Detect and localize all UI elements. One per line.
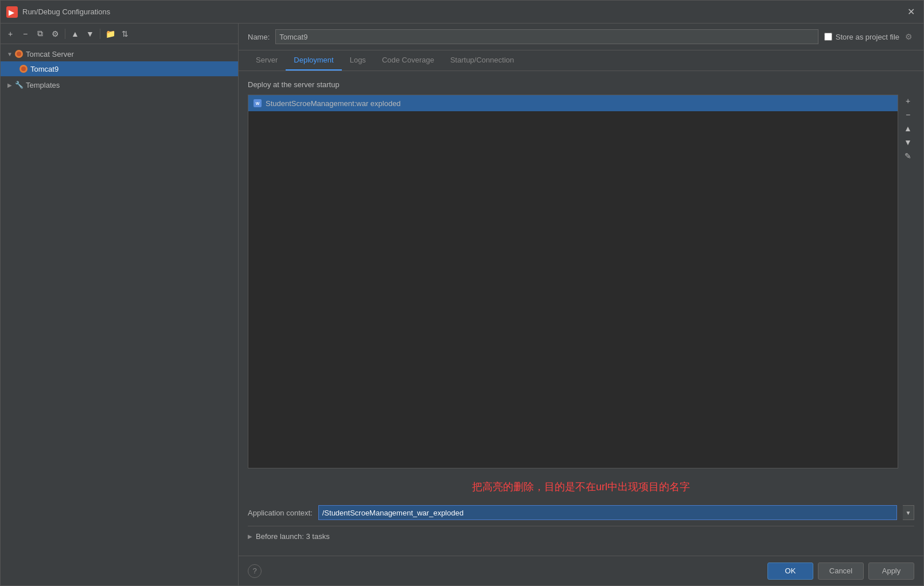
name-row: Name: Store as project file ⚙ [239,24,923,50]
app-context-label: Application context: [248,509,313,517]
move-down-button[interactable]: ▼ [84,28,96,40]
app-context-dropdown[interactable]: ▼ [903,505,914,520]
before-launch-toggle-icon[interactable]: ▶ [248,533,252,540]
dialog-title: Run/Debug Configurations [22,7,904,16]
config-tree: ▼ Tomcat Server Tomcat9 ▶ [1,44,238,585]
deploy-section-label: Deploy at the server startup [248,80,914,89]
sort-button[interactable]: ⇅ [119,28,131,40]
edit-deploy-button[interactable]: ✎ [902,150,914,162]
remove-deploy-button[interactable]: − [902,108,914,121]
tree-group-templates[interactable]: ▶ 🔧 Templates [1,77,238,92]
ok-button[interactable]: OK [767,562,813,580]
scroll-up-button[interactable]: ▲ [902,122,914,135]
sidebar-item-tomcat9[interactable]: Tomcat9 [1,61,238,76]
cancel-button[interactable]: Cancel [818,562,864,580]
tab-server[interactable]: Server [248,50,286,71]
store-project-gear[interactable]: ⚙ [903,31,914,42]
bottom-bar: ? OK Cancel Apply [239,556,923,585]
sort-icon: ⇅ [122,29,128,38]
before-launch-label: Before launch: 3 tasks [256,532,330,541]
wrench-icon: ⚙ [52,29,59,38]
copy-config-button[interactable]: ⧉ [34,28,46,40]
scroll-down-button[interactable]: ▼ [902,136,914,149]
app-context-input[interactable] [318,505,897,520]
title-bar: ▶ Run/Debug Configurations ✕ [1,1,923,24]
move-up-button[interactable]: ▲ [69,28,81,40]
tab-logs[interactable]: Logs [342,50,374,71]
tab-startup-connection[interactable]: Startup/Connection [442,50,522,71]
store-project-row: Store as project file ⚙ [824,31,914,42]
help-button[interactable]: ? [248,564,262,578]
tab-code-coverage[interactable]: Code Coverage [374,50,442,71]
toolbar-divider [65,29,65,39]
tree-group-label: Tomcat Server [26,50,74,58]
annotation-text: 把高亮的删除，目的是不在url中出现项目的名字 [248,468,914,499]
deploy-list: W StudentScroeManagement:war exploded [248,95,898,468]
templates-label: Templates [26,81,60,89]
tree-item-label: Tomcat9 [30,65,59,73]
toolbar-divider2 [100,29,100,39]
tabs-bar: Server Deployment Logs Code Coverage Sta… [239,50,923,71]
deploy-list-item[interactable]: W StudentScroeManagement:war exploded [248,95,898,111]
templates-icon: 🔧 [14,80,24,89]
before-launch-header[interactable]: ▶ Before launch: 3 tasks [248,532,914,541]
store-project-checkbox[interactable] [824,33,832,41]
tree-group-tomcat[interactable]: ▼ Tomcat Server [1,46,238,61]
templates-toggle[interactable]: ▶ [5,80,14,89]
deployment-tab-content: Deploy at the server startup W StudentSc… [239,71,923,556]
add-deploy-button[interactable]: + [902,95,914,107]
app-context-row: Application context: ▼ [248,499,914,526]
store-project-label: Store as project file [836,33,899,41]
svg-text:▶: ▶ [9,9,14,17]
right-panel: Name: Store as project file ⚙ Server Dep… [239,24,923,585]
remove-config-button[interactable]: − [19,28,32,40]
deploy-item-name: StudentScroeManagement:war exploded [266,99,401,108]
folder-icon: 📁 [106,29,115,38]
close-button[interactable]: ✕ [904,5,918,19]
dialog-buttons: OK Cancel Apply [767,562,914,580]
sidebar-toolbar: + − ⧉ ⚙ ▲ ▼ 📁 ⇅ [1,24,238,44]
collapse-toggle[interactable]: ▼ [5,49,14,58]
tomcat-item-icon [19,64,28,73]
add-config-button[interactable]: + [4,28,17,40]
name-input[interactable] [275,29,818,44]
name-label: Name: [248,33,270,41]
apply-button[interactable]: Apply [868,562,914,580]
war-icon: W [253,99,262,108]
deploy-side-buttons: + − ▲ ▼ ✎ [902,95,914,468]
before-launch-section: ▶ Before launch: 3 tasks [248,526,914,546]
wrench-icon: 🔧 [15,81,24,89]
tab-deployment[interactable]: Deployment [286,50,341,71]
deploy-list-container: W StudentScroeManagement:war exploded + … [248,95,914,468]
tomcat-group-icon [14,49,24,58]
wrench-button[interactable]: ⚙ [49,28,61,40]
sidebar: + − ⧉ ⚙ ▲ ▼ 📁 ⇅ ▼ [1,24,239,585]
app-icon: ▶ [6,6,18,18]
folder-button[interactable]: 📁 [104,28,116,40]
